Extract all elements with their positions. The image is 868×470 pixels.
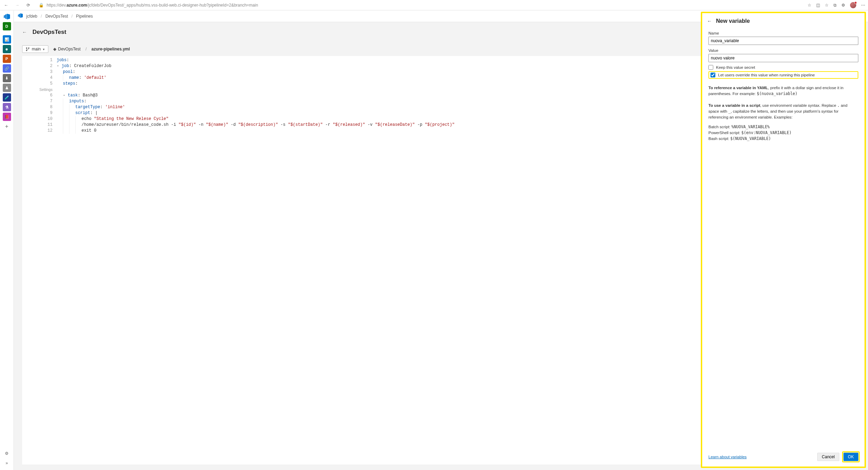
value-field-label: Value bbox=[708, 48, 858, 53]
browser-url-text: https://dev.azure.com/jcfdeb/DevOpsTest/… bbox=[47, 3, 258, 8]
new-variable-panel: ← New variable Name Value Keep this valu… bbox=[701, 12, 866, 468]
panel-back-button[interactable]: ← bbox=[707, 18, 712, 24]
extensions-icon[interactable]: ⚙ bbox=[841, 3, 845, 8]
split-icon[interactable]: ◫ bbox=[816, 3, 820, 8]
repo-icon: ◆ bbox=[53, 47, 56, 51]
name-field-label: Name bbox=[708, 31, 858, 35]
azure-devops-logo-icon[interactable] bbox=[3, 12, 11, 21]
keep-secret-checkbox[interactable] bbox=[708, 65, 713, 70]
learn-about-variables-link[interactable]: Learn about variables bbox=[708, 455, 747, 459]
favorite-icon[interactable]: ☆ bbox=[808, 3, 811, 8]
lock-icon: 🔒 bbox=[39, 3, 44, 8]
keep-secret-row[interactable]: Keep this value secret bbox=[708, 65, 858, 70]
rail-add-button[interactable]: + bbox=[3, 122, 11, 131]
rail-tile[interactable]: 🔗 bbox=[3, 64, 11, 73]
browser-right-icons: ☆ ◫ ☆ ⧉ ⚙ ⋯ bbox=[808, 2, 865, 8]
task-settings-link[interactable]: Settings bbox=[28, 87, 53, 93]
browser-refresh-button[interactable]: ⟳ bbox=[25, 2, 32, 9]
chevron-down-icon: ▾ bbox=[43, 47, 45, 51]
help-examples: Batch script: %NUOVA_VARIABLE% PowerShel… bbox=[708, 124, 858, 141]
browser-forward-button[interactable]: → bbox=[14, 2, 21, 9]
breadcrumb-project[interactable]: DevOpsTest bbox=[45, 14, 68, 19]
path-sep: / bbox=[85, 47, 86, 51]
ok-button[interactable]: OK bbox=[843, 453, 858, 461]
branch-name: main bbox=[32, 47, 41, 51]
rail-tile[interactable]: 🧪 bbox=[3, 93, 11, 102]
repo-link[interactable]: ◆ DevOpsTest bbox=[53, 47, 80, 51]
rail-settings-icon[interactable]: ⚙ bbox=[3, 449, 11, 458]
panel-body: Name Value Keep this value secret Let us… bbox=[702, 28, 865, 449]
browser-menu-icon[interactable]: ⋯ bbox=[861, 3, 865, 8]
browser-back-button[interactable]: ← bbox=[3, 2, 10, 9]
rail-tile[interactable]: ⬇ bbox=[3, 74, 11, 82]
favorites-list-icon[interactable]: ☆ bbox=[825, 3, 829, 8]
variable-name-input[interactable] bbox=[708, 37, 858, 45]
rail-expand-icon[interactable]: » bbox=[3, 459, 11, 467]
rail-tile[interactable]: ⚗ bbox=[3, 103, 11, 111]
app-shell: D📊⎈P🔗⬇♟🧪⚗📕 + ⚙ » jcfdeb / DevOpsTest / P… bbox=[0, 10, 868, 470]
left-rail: D📊⎈P🔗⬇♟🧪⚗📕 + ⚙ » bbox=[0, 10, 14, 470]
panel-footer: Learn about variables Cancel OK bbox=[702, 449, 865, 467]
allow-override-row[interactable]: Let users override this value when runni… bbox=[708, 71, 858, 79]
breadcrumb-org[interactable]: jcfdeb bbox=[26, 14, 37, 19]
azure-devops-small-icon[interactable] bbox=[18, 13, 23, 19]
ok-button-highlight: OK bbox=[842, 451, 860, 462]
breadcrumb-section[interactable]: Pipelines bbox=[76, 14, 93, 19]
main-area: jcfdeb / DevOpsTest / Pipelines ← DevOps… bbox=[14, 10, 868, 470]
browser-chrome: ← → ⟳ 🔒 https://dev.azure.com/jcfdeb/Dev… bbox=[0, 0, 868, 10]
panel-title: New variable bbox=[716, 18, 750, 24]
rail-tile[interactable]: ⎈ bbox=[3, 45, 11, 53]
help-yaml: To reference a variable in YAML, prefix … bbox=[708, 85, 858, 96]
rail-tile[interactable]: P bbox=[3, 55, 11, 63]
page-back-button[interactable]: ← bbox=[22, 29, 27, 35]
rail-project-tile[interactable]: D bbox=[3, 22, 11, 30]
browser-profile-avatar[interactable] bbox=[850, 2, 856, 8]
file-name: azure-pipelines.yml bbox=[92, 47, 130, 51]
branch-icon bbox=[26, 47, 30, 51]
panel-header: ← New variable bbox=[702, 13, 865, 28]
page-title: DevOpsTest bbox=[32, 29, 66, 36]
breadcrumb-sep: / bbox=[41, 14, 42, 19]
editor-gutter: 12345Settings6789101112 bbox=[22, 56, 55, 135]
breadcrumb-sep: / bbox=[71, 14, 73, 19]
variable-value-input[interactable] bbox=[708, 54, 858, 62]
allow-override-label: Let users override this value when runni… bbox=[718, 73, 815, 77]
allow-override-checkbox[interactable] bbox=[710, 73, 715, 77]
rail-tile[interactable]: 📕 bbox=[3, 113, 11, 121]
repo-name: DevOpsTest bbox=[58, 47, 80, 51]
branch-selector[interactable]: main ▾ bbox=[22, 45, 48, 53]
help-script: To use a variable in a script, use envir… bbox=[708, 103, 858, 120]
rail-tile[interactable]: ♟ bbox=[3, 84, 11, 92]
rail-tile[interactable]: 📊 bbox=[3, 35, 11, 44]
cancel-button[interactable]: Cancel bbox=[817, 453, 839, 461]
browser-url-bar[interactable]: 🔒 https://dev.azure.com/jcfdeb/DevOpsTes… bbox=[36, 2, 803, 8]
collections-icon[interactable]: ⧉ bbox=[833, 3, 837, 8]
keep-secret-label: Keep this value secret bbox=[716, 65, 755, 69]
